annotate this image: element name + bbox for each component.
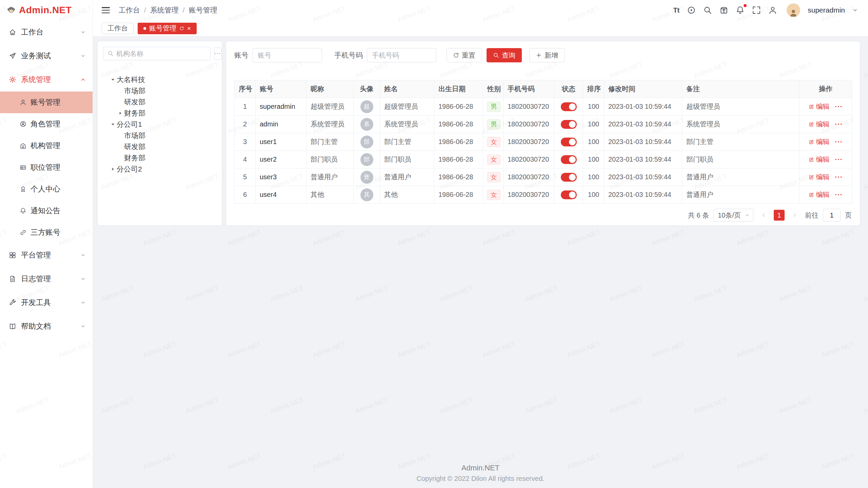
chevron-down-icon[interactable] <box>852 7 858 13</box>
edit-button[interactable]: 编辑 <box>809 120 830 129</box>
tree-node[interactable]: 研发部 <box>103 96 216 107</box>
filter-bar: 账号 手机号码 重置 查询 新增 <box>234 48 852 62</box>
chevron-down-icon <box>80 276 86 282</box>
more-actions-button[interactable]: ··· <box>835 173 843 181</box>
tab-account-management[interactable]: 账号管理 × <box>138 23 197 34</box>
edit-button[interactable]: 编辑 <box>809 190 830 199</box>
edit-icon <box>809 175 814 180</box>
org-search-box <box>103 47 211 60</box>
sidebar-item-account-management[interactable]: 账号管理 <box>0 92 93 113</box>
menu-collapse-icon[interactable] <box>102 7 110 13</box>
chevron-down-icon <box>80 324 86 329</box>
edit-button[interactable]: 编辑 <box>809 102 830 111</box>
prev-page-button[interactable] <box>758 209 769 221</box>
active-tab-dot-icon <box>143 27 146 30</box>
phone-filter-input[interactable] <box>367 48 436 62</box>
breadcrumb-item[interactable]: 工作台 <box>119 5 140 15</box>
gender-tag: 男 <box>487 119 500 129</box>
page-size-select[interactable]: 10条/页 <box>713 209 753 222</box>
sidebar-item-personal-center[interactable]: 个人中心 <box>0 178 93 200</box>
user-icon[interactable] <box>768 6 777 15</box>
tree-node[interactable]: 财务部 <box>103 152 216 163</box>
edit-icon <box>809 192 814 198</box>
link-icon <box>20 229 26 236</box>
avatar[interactable] <box>787 3 800 17</box>
reset-button[interactable]: 重置 <box>447 48 482 62</box>
edit-icon <box>809 122 814 127</box>
home-icon <box>9 28 16 36</box>
search-button[interactable]: 查询 <box>487 48 522 62</box>
status-toggle[interactable] <box>561 138 577 146</box>
notification-bell-icon[interactable] <box>736 6 745 15</box>
page-number-button[interactable]: 1 <box>774 210 785 221</box>
add-button[interactable]: 新增 <box>529 48 565 62</box>
status-toggle[interactable] <box>561 173 577 182</box>
sidebar-item-position-management[interactable]: 职位管理 <box>0 157 93 178</box>
sidebar-item-business-test[interactable]: 业务测试 <box>0 44 93 68</box>
account-filter-input[interactable] <box>253 48 322 62</box>
more-actions-button[interactable]: ··· <box>835 120 843 128</box>
tab-close-icon[interactable]: × <box>187 25 191 32</box>
more-actions-button[interactable]: ··· <box>835 138 843 146</box>
sidebar-item-org-management[interactable]: 机构管理 <box>0 135 93 157</box>
edit-button[interactable]: 编辑 <box>809 137 830 146</box>
sidebar-item-help-docs[interactable]: 帮助文档 <box>0 314 93 338</box>
username[interactable]: superadmin <box>808 6 845 14</box>
chevron-down-icon <box>80 53 86 59</box>
wrench-icon <box>9 299 16 306</box>
row-avatar: 部 <box>360 153 373 166</box>
caret-down-icon[interactable] <box>109 77 117 82</box>
caret-right-icon[interactable] <box>109 166 117 172</box>
status-toggle[interactable] <box>561 155 577 164</box>
tree-node[interactable]: 研发部 <box>103 141 216 152</box>
tree-node[interactable]: 市场部 <box>103 85 216 96</box>
org-tree-panel: ··· 大名科技 市场部 研发部 财务部 分公司1 市场部 研发部 财务部 分公… <box>98 41 222 225</box>
edit-button[interactable]: 编辑 <box>809 172 830 182</box>
row-avatar: 超 <box>360 100 373 113</box>
caret-right-icon[interactable] <box>117 110 124 116</box>
sidebar-item-log-management[interactable]: 日志管理 <box>0 267 93 291</box>
sidebar-item-notice[interactable]: 通知公告 <box>0 200 93 222</box>
chevron-up-icon <box>80 77 86 82</box>
table-row: 2 admin 系统管理员 系 系统管理员 1986-06-28 男 18020… <box>235 116 852 133</box>
fullscreen-icon[interactable] <box>752 6 761 15</box>
sidebar-item-dev-tools[interactable]: 开发工具 <box>0 291 93 314</box>
edit-button[interactable]: 编辑 <box>809 155 830 164</box>
font-size-icon[interactable]: Tt <box>673 6 679 14</box>
sidebar-item-system-management[interactable]: 系统管理 <box>0 68 93 92</box>
sidebar-item-role-management[interactable]: 角色管理 <box>0 113 93 135</box>
sidebar-item-workbench[interactable]: 工作台 <box>0 20 93 44</box>
more-actions-button[interactable]: ··· <box>835 156 843 163</box>
tab-workbench[interactable]: 工作台 <box>102 23 134 34</box>
locale-icon[interactable] <box>687 6 696 15</box>
search-icon[interactable] <box>703 6 712 15</box>
theme-icon[interactable] <box>719 6 728 15</box>
org-more-button[interactable]: ··· <box>214 47 221 60</box>
sidebar: Admin.NET 工作台 业务测试 系统管理 账号管理 <box>0 0 93 488</box>
breadcrumb-item[interactable]: 系统管理 <box>150 5 179 15</box>
tree-node[interactable]: 财务部 <box>103 107 216 119</box>
status-toggle[interactable] <box>561 120 577 129</box>
next-page-button[interactable] <box>789 209 801 221</box>
more-actions-button[interactable]: ··· <box>835 191 843 199</box>
footer-app-name: Admin.NET <box>93 464 868 472</box>
status-toggle[interactable] <box>561 102 577 111</box>
sidebar-item-platform-management[interactable]: 平台管理 <box>0 243 93 267</box>
main-area: 工作台 / 系统管理 / 账号管理 Tt superadmin 工 <box>93 0 868 488</box>
tab-refresh-icon[interactable] <box>179 26 184 31</box>
tree-node[interactable]: 大名科技 <box>103 74 216 85</box>
org-search-input[interactable] <box>116 50 206 58</box>
footer-copyright: Copyright © 2022 Dilon All rights reserv… <box>93 475 868 483</box>
send-icon <box>9 52 16 60</box>
goto-page-input[interactable] <box>823 209 841 222</box>
sidebar-item-third-party-account[interactable]: 三方账号 <box>0 222 93 243</box>
tree-node[interactable]: 分公司1 <box>103 119 216 130</box>
tree-node[interactable]: 分公司2 <box>103 163 216 175</box>
caret-down-icon[interactable] <box>109 122 117 127</box>
status-toggle[interactable] <box>561 190 577 199</box>
page-footer: Admin.NET Copyright © 2022 Dilon All rig… <box>93 464 868 483</box>
sidebar-menu: 工作台 业务测试 系统管理 账号管理 角色管理 <box>0 20 93 338</box>
tree-node[interactable]: 市场部 <box>103 130 216 141</box>
role-icon <box>20 121 26 127</box>
more-actions-button[interactable]: ··· <box>835 103 843 110</box>
